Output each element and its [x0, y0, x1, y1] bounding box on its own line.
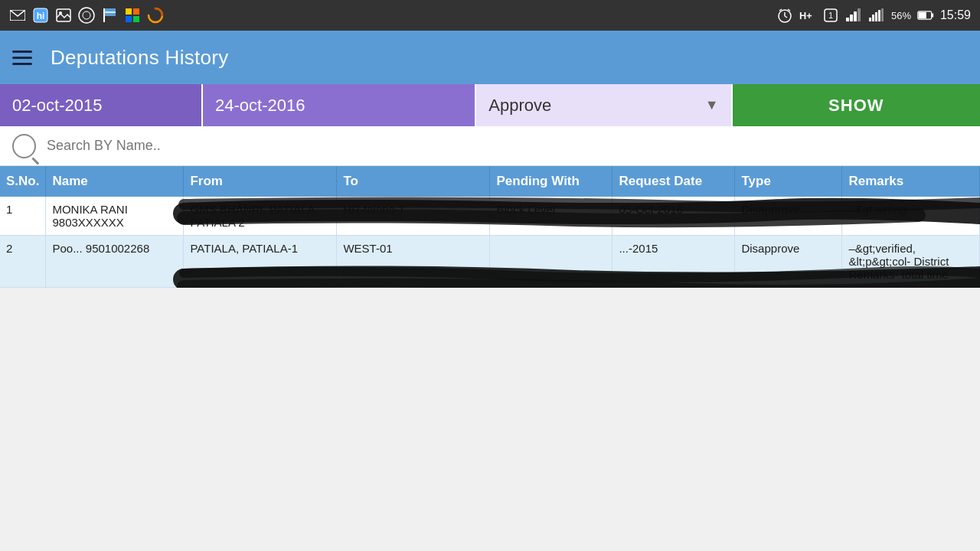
col-header-remarks: Remarks — [842, 166, 980, 197]
date-from-input[interactable]: 02-oct-2015 — [0, 84, 203, 126]
status-icons-left: hi — [9, 7, 164, 24]
flag-icon — [101, 7, 118, 24]
grid-icon — [124, 7, 141, 24]
search-bar — [0, 126, 980, 166]
svg-point-6 — [83, 11, 90, 19]
menu-icon[interactable] — [12, 51, 32, 65]
svg-rect-29 — [878, 10, 880, 21]
chevron-down-icon: ▼ — [705, 97, 719, 113]
svg-rect-12 — [126, 16, 132, 22]
table-cell: –&gt;verified, &lt;p&gt;col- District Re… — [842, 236, 980, 288]
email-icon — [9, 7, 26, 24]
signal-bars-2-icon — [868, 7, 885, 24]
table-cell: PATIALA, PATIALA-1 — [184, 236, 337, 288]
status-icons-right: H+ 1 — [776, 7, 971, 24]
table-cell: WEST-01 — [337, 236, 490, 288]
status-dropdown-label: Approve — [488, 96, 551, 116]
table-cell: Disapprove — [735, 197, 842, 236]
col-header-type: Type — [735, 166, 842, 197]
table-header: S.No. Name From To Pending With Request … — [0, 166, 980, 197]
svg-rect-26 — [869, 18, 871, 21]
circle-logo-icon — [78, 7, 95, 24]
table-cell: HR-talons-1 — [337, 197, 490, 236]
col-header-reqdate: Request Date — [612, 166, 735, 197]
svg-text:H+: H+ — [799, 11, 812, 22]
hi-icon: hi — [32, 7, 49, 24]
svg-point-5 — [79, 8, 94, 23]
svg-rect-28 — [875, 12, 877, 21]
svg-text:1: 1 — [828, 11, 833, 20]
table-cell: ...-2015 — [612, 236, 735, 288]
table-cell — [490, 236, 612, 288]
svg-rect-24 — [854, 11, 857, 21]
svg-rect-23 — [850, 15, 853, 21]
svg-line-16 — [785, 16, 787, 18]
svg-rect-10 — [126, 8, 132, 15]
col-header-from: From — [184, 166, 337, 197]
show-button[interactable]: SHOW — [733, 84, 980, 126]
network-icon: H+ — [799, 7, 816, 24]
alarm-icon — [776, 7, 793, 24]
svg-rect-30 — [881, 8, 884, 21]
col-header-name: Name — [46, 166, 184, 197]
col-header-pending: Pending With — [490, 166, 612, 197]
table-cell: GMS BHANRI, PATIALA, PATIALA 2 — [184, 197, 337, 236]
svg-text:hi: hi — [37, 11, 45, 21]
svg-rect-22 — [846, 18, 849, 21]
table-cell: MONIKA RANI 9803XXXXXX — [46, 197, 184, 236]
app-bar: Deputations History — [0, 31, 980, 84]
image-icon — [55, 7, 72, 24]
signal-bars-icon — [845, 7, 862, 24]
table-row: 1MONIKA RANI 9803XXXXXXGMS BHANRI, PATIA… — [0, 197, 980, 236]
svg-rect-33 — [919, 12, 926, 18]
search-icon — [12, 134, 36, 158]
svg-rect-7 — [103, 8, 105, 22]
battery-percent: 56% — [891, 10, 911, 21]
table-cell: Block Level — [490, 197, 612, 236]
app-title: Deputations History — [51, 46, 229, 70]
date-to-input[interactable]: 24-oct-2016 — [203, 84, 476, 126]
sim-badge: 1 — [822, 7, 839, 24]
loading-icon — [147, 7, 164, 24]
table-cell: 1 — [0, 197, 46, 236]
table-cell: Disapprove — [735, 236, 842, 288]
svg-rect-27 — [872, 15, 874, 21]
col-header-to: To — [337, 166, 490, 197]
table-cell: –&gt;wrong — [842, 197, 980, 236]
table-body: 1MONIKA RANI 9803XXXXXXGMS BHANRI, PATIA… — [0, 197, 980, 288]
clock-time: 15:59 — [940, 8, 971, 22]
table-cell: 2 — [0, 236, 46, 288]
table-container: S.No. Name From To Pending With Request … — [0, 166, 980, 288]
search-input[interactable] — [47, 138, 968, 154]
svg-rect-32 — [932, 13, 934, 17]
status-dropdown[interactable]: Approve ▼ — [476, 84, 732, 126]
filter-row: 02-oct-2015 24-oct-2016 Approve ▼ SHOW — [0, 84, 980, 126]
status-bar: hi — [0, 0, 980, 31]
table-row: 2Poo... 9501002268PATIALA, PATIALA-1WEST… — [0, 236, 980, 288]
table-cell: Poo... 9501002268 — [46, 236, 184, 288]
svg-rect-25 — [858, 8, 861, 21]
svg-rect-13 — [133, 16, 139, 22]
data-table: S.No. Name From To Pending With Request … — [0, 166, 980, 288]
col-header-sno: S.No. — [0, 166, 46, 197]
battery-icon — [917, 7, 934, 24]
svg-rect-11 — [133, 8, 139, 15]
table-cell: 05-Oct-2016 — [612, 197, 735, 236]
